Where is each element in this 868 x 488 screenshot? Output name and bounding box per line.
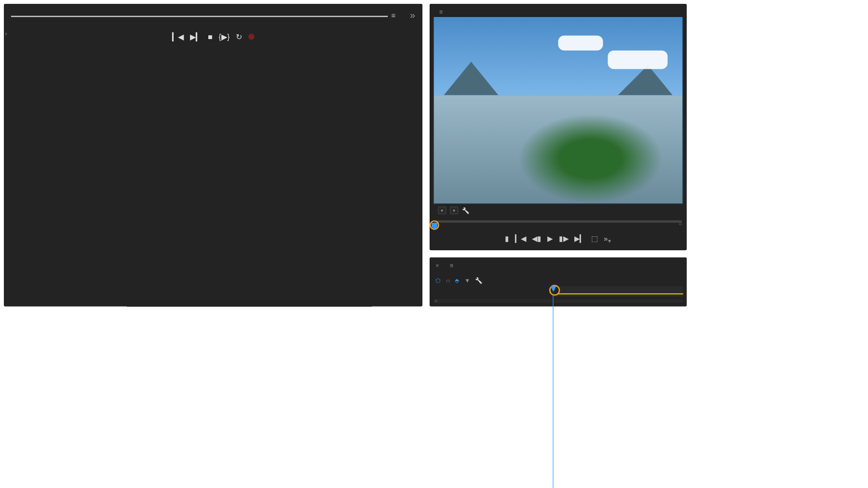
marker-icon[interactable]: ▼ bbox=[464, 277, 470, 284]
play-icon[interactable]: ▶ bbox=[547, 234, 553, 244]
go-to-out-icon[interactable]: ▶▎ bbox=[190, 33, 202, 42]
hamburger-icon[interactable]: ≡ bbox=[392, 11, 396, 19]
playhead[interactable] bbox=[553, 285, 553, 488]
zoom-dropdown[interactable] bbox=[438, 206, 446, 214]
scrub-start-icon: ○ bbox=[434, 221, 438, 227]
lift-icon[interactable]: ⬚ bbox=[591, 234, 598, 244]
go-to-in-icon[interactable]: ▎◀ bbox=[172, 33, 184, 42]
mixer-panel-title[interactable] bbox=[11, 14, 388, 16]
nest-sequence-icon[interactable]: ⬡ bbox=[435, 277, 441, 284]
scroll-start-icon: ○ bbox=[433, 298, 438, 304]
quality-dropdown[interactable] bbox=[450, 206, 458, 214]
step-forward-icon[interactable]: ▮▶ bbox=[559, 234, 569, 244]
program-video-viewport[interactable] bbox=[433, 16, 683, 204]
snap-icon[interactable]: ∩ bbox=[446, 277, 450, 284]
wrench-icon[interactable] bbox=[475, 277, 482, 284]
linked-selection-icon[interactable]: ⬘ bbox=[455, 277, 460, 284]
go-to-in-icon[interactable]: ▎◀ bbox=[515, 234, 526, 244]
hamburger-icon[interactable]: ≡ bbox=[439, 9, 443, 15]
timeline-ruler[interactable] bbox=[553, 286, 683, 297]
hamburger-icon[interactable]: ≡ bbox=[450, 262, 453, 269]
timeline-timecode[interactable] bbox=[433, 270, 683, 275]
stop-icon[interactable]: ■ bbox=[208, 33, 213, 42]
horizontal-scrollbar[interactable]: ○ bbox=[433, 299, 683, 302]
more-icon[interactable]: »+ bbox=[604, 234, 611, 244]
program-scrubber[interactable]: ○ ○ bbox=[434, 220, 682, 230]
step-back-icon[interactable]: ◀▮ bbox=[532, 234, 542, 244]
wrench-icon[interactable] bbox=[462, 207, 469, 214]
loop-icon[interactable]: ↻ bbox=[236, 33, 243, 42]
program-monitor-panel: ≡ ○ ○ ▮ bbox=[430, 4, 687, 250]
record-icon[interactable] bbox=[248, 33, 254, 42]
scrub-end-icon: ○ bbox=[678, 221, 682, 227]
play-in-to-out-icon[interactable]: {▶} bbox=[218, 33, 230, 42]
timeline-panel: ≡ ⬡ ∩ ⬘ ▼ ○ bbox=[430, 258, 687, 307]
expand-chevron-icon[interactable]: › bbox=[5, 30, 7, 37]
audio-track-mixer-panel: ≡ » › ▎◀ ▶▎ ■ {▶} ↻ bbox=[4, 4, 422, 306]
add-marker-icon[interactable]: ▮ bbox=[505, 234, 509, 244]
go-to-out-icon[interactable]: ▶▎ bbox=[574, 234, 585, 244]
chevron-double-right-icon[interactable]: » bbox=[410, 10, 415, 20]
